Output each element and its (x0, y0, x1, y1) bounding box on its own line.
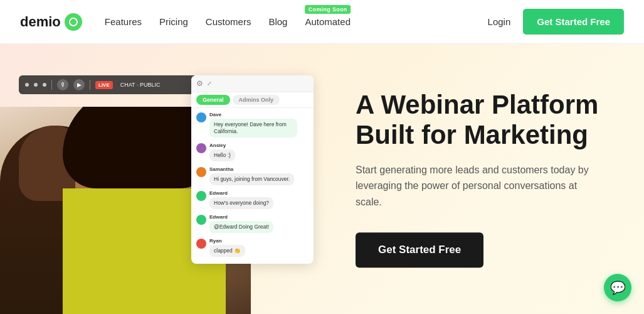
chat-name-edward2: Edward (209, 214, 273, 220)
stream-controls-bar: 🎙 ▶ LIVE CHAT · PUBLIC (19, 75, 213, 94)
ctrl-mic-button[interactable]: 🎙 (57, 79, 68, 90)
chat-message-ansley-content: Ansley Hello :) (209, 143, 235, 161)
chat-panel-header: ⚙ ⤢ (191, 75, 314, 92)
chat-public-label: CHAT · PUBLIC (120, 82, 161, 88)
person-center-hair (63, 107, 213, 188)
chat-tabs: General Admins Only (191, 92, 314, 108)
ctrl-divider-1 (51, 80, 52, 90)
hero-title-line2: Built for Marketing (356, 121, 588, 150)
nav-link-features[interactable]: Features (105, 16, 142, 27)
navbar-right: Login Get Started Free (488, 9, 624, 35)
ctrl-video-button[interactable]: ▶ (73, 79, 85, 90)
ctrl-dot-3 (43, 83, 46, 87)
navbar-left: demio Features Pricing Customers Blog Co… (20, 13, 351, 31)
hero-title: A Webinar Platform Built for Marketing (356, 90, 606, 151)
ctrl-dot-2 (34, 83, 38, 87)
navbar: demio Features Pricing Customers Blog Co… (0, 0, 644, 44)
nav-link-blog[interactable]: Blog (268, 16, 287, 27)
chat-bubble-edward: How's everyone doing? (209, 197, 273, 209)
chat-message-samantha-content: Samantha Hi guys, joining from Vancouver… (209, 166, 294, 185)
chat-support-bubble[interactable]: 💬 (604, 274, 631, 301)
ctrl-dot-1 (25, 83, 29, 87)
chat-name-dave: Dave (209, 112, 297, 117)
nav-link-automated[interactable]: Automated (305, 16, 351, 27)
chat-name-ryan: Ryan (209, 238, 245, 244)
tab-admins[interactable]: Admins Only (233, 95, 280, 105)
chat-name-ansley: Ansley (209, 143, 235, 148)
logo: demio (20, 13, 82, 31)
nav-cta-button[interactable]: Get Started Free (523, 9, 624, 35)
live-badge: LIVE (95, 81, 113, 89)
logo-icon (65, 13, 82, 31)
expand-icon[interactable]: ⤢ (207, 80, 212, 87)
avatar-edward2 (196, 215, 206, 225)
chat-bubble-ryan: clapped 👏 (209, 245, 245, 257)
chat-message-ryan: Ryan clapped 👏 (196, 238, 309, 257)
chat-bubble-dave: Hey everyone! Dave here from California. (209, 119, 297, 138)
chat-message-edward2: Edward @Edward Doing Great! (196, 214, 309, 233)
avatar-ansley (196, 143, 206, 153)
nav-link-automated-wrap: Coming Soon Automated (305, 16, 351, 28)
tab-general[interactable]: General (196, 95, 230, 105)
chat-panel: ⚙ ⤢ General Admins Only Dave Hey everyon… (191, 75, 314, 264)
login-button[interactable]: Login (488, 16, 511, 27)
video-icon: ▶ (77, 82, 82, 88)
hero-subtitle: Start generating more leads and customer… (356, 162, 594, 210)
coming-soon-badge: Coming Soon (305, 5, 351, 14)
chat-message-ansley: Ansley Hello :) (196, 143, 309, 161)
chat-messages: Dave Hey everyone! Dave here from Califo… (191, 108, 314, 261)
chat-name-samantha: Samantha (209, 166, 294, 172)
chat-message-ryan-content: Ryan clapped 👏 (209, 238, 245, 257)
chat-message-dave-content: Dave Hey everyone! Dave here from Califo… (209, 112, 297, 138)
nav-link-pricing[interactable]: Pricing (159, 16, 188, 27)
hero-title-line1: A Webinar Platform (356, 90, 598, 119)
chat-bubble-edward2: @Edward Doing Great! (209, 221, 273, 233)
chat-bubble-ansley: Hello :) (209, 149, 235, 161)
mic-icon: 🎙 (60, 82, 66, 88)
chat-message-edward2-content: Edward @Edward Doing Great! (209, 214, 273, 233)
logo-text: demio (20, 14, 61, 30)
avatar-dave (196, 112, 206, 122)
chat-support-icon: 💬 (610, 280, 626, 295)
hero-section: 🎙 ▶ LIVE CHAT · PUBLIC ⚙ ⤢ General Admin… (0, 44, 644, 314)
chat-message-edward: Edward How's everyone doing? (196, 190, 309, 209)
hero-content: A Webinar Platform Built for Marketing S… (356, 90, 606, 268)
chat-message-samantha: Samantha Hi guys, joining from Vancouver… (196, 166, 309, 185)
avatar-edward (196, 191, 206, 201)
chat-name-edward: Edward (209, 190, 273, 196)
avatar-ryan (196, 239, 206, 249)
hero-left: 🎙 ▶ LIVE CHAT · PUBLIC ⚙ ⤢ General Admin… (0, 69, 332, 314)
nav-links: Features Pricing Customers Blog Coming S… (105, 16, 351, 28)
ctrl-divider-2 (90, 80, 90, 90)
nav-link-customers[interactable]: Customers (206, 16, 251, 27)
avatar-samantha (196, 167, 206, 177)
chat-bubble-samantha: Hi guys, joining from Vancouver. (209, 173, 294, 185)
chat-message-edward-content: Edward How's everyone doing? (209, 190, 273, 209)
gear-icon[interactable]: ⚙ (196, 79, 203, 88)
hero-cta-button[interactable]: Get Started Free (356, 233, 483, 268)
chat-message-dave: Dave Hey everyone! Dave here from Califo… (196, 112, 309, 138)
